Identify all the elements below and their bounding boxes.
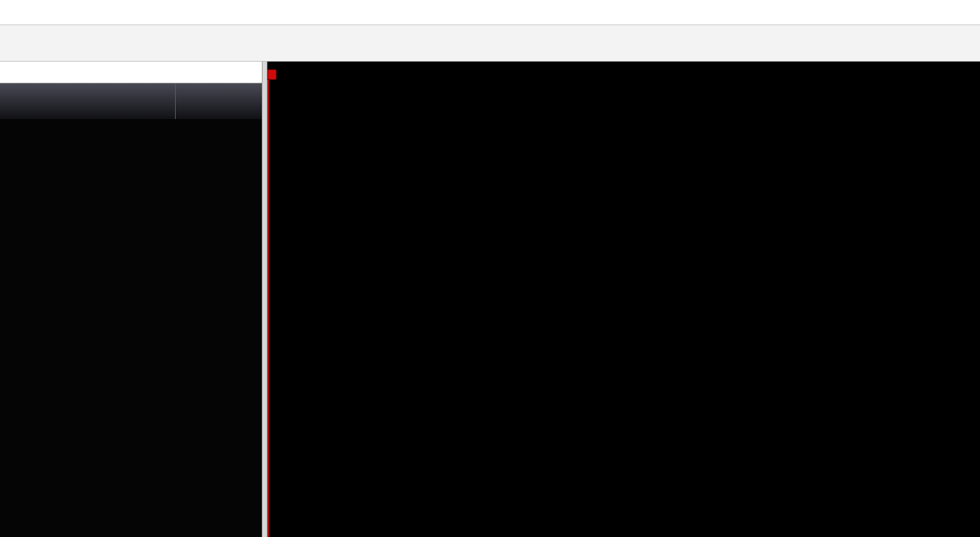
trigger-cursor-line[interactable] xyxy=(267,80,269,537)
time-ruler[interactable] xyxy=(267,105,980,119)
time-ruler-canvas xyxy=(267,105,477,210)
trigger-marker[interactable] xyxy=(267,69,276,80)
toolbar xyxy=(0,25,980,62)
ila-status-bar xyxy=(0,62,262,83)
window-title xyxy=(0,0,980,25)
waveform-header-strip xyxy=(267,62,980,105)
main-area xyxy=(0,62,980,537)
columns-header xyxy=(0,83,262,119)
signal-panel xyxy=(0,62,262,537)
signal-list xyxy=(0,119,262,537)
waveform-window xyxy=(0,0,980,537)
waveform-area[interactable] xyxy=(267,62,980,537)
panel-splitter[interactable] xyxy=(262,62,267,537)
